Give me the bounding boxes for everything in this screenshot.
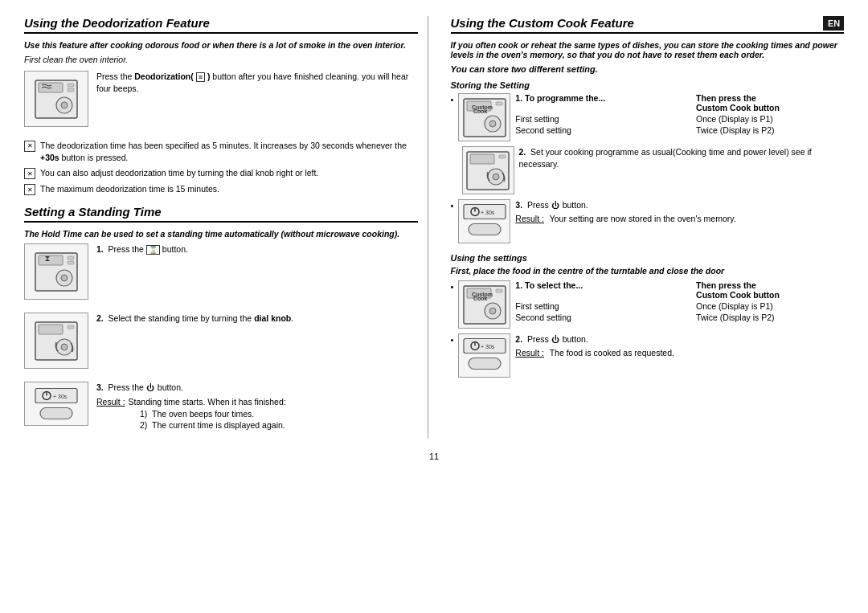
svg-rect-33 bbox=[499, 155, 506, 158]
standing-step1-text: 1. Press the ⌛ button. bbox=[96, 243, 418, 255]
can-store-text: You can store two different setting. bbox=[451, 64, 845, 74]
using-settings-intro: First, place the food in the centre of t… bbox=[451, 266, 845, 276]
standing-step3-row: + 30s 3. Press the ⏻ button. Result : St… bbox=[24, 382, 418, 432]
using-step2-text: 2. Press ⏻ button. Result : The food is … bbox=[515, 333, 844, 358]
bullet3-text: The maximum deodorization time is 15 min… bbox=[40, 183, 219, 195]
left-column: Using the Deodorization Feature Use this… bbox=[24, 16, 428, 439]
svg-point-27 bbox=[489, 121, 496, 127]
storing-step2: 2. Set your cooking programme as usual(C… bbox=[462, 146, 845, 194]
svg-text:Cook: Cook bbox=[473, 108, 488, 114]
table2-row1-desc: First setting bbox=[515, 301, 696, 313]
storing-step2-text: 2. Set your cooking programme as usual(C… bbox=[519, 146, 845, 170]
page-number: 11 bbox=[24, 452, 844, 461]
svg-rect-13 bbox=[39, 325, 63, 334]
svg-text:+ 30s: + 30s bbox=[481, 210, 495, 215]
svg-rect-5 bbox=[68, 88, 74, 92]
svg-rect-4 bbox=[68, 84, 74, 87]
svg-point-32 bbox=[493, 174, 499, 180]
storing-table: 1. To programme the... Then press the Cu… bbox=[515, 93, 844, 137]
svg-rect-11 bbox=[68, 261, 74, 264]
result2b-text: The food is cooked as requested. bbox=[547, 347, 674, 359]
standing-step2-row: 2. Select the standing time by turning t… bbox=[24, 313, 418, 375]
standing-time-title: Setting a Standing Time bbox=[24, 205, 418, 223]
result-label: Result : bbox=[96, 396, 125, 408]
bullet-icon-2: ✕ bbox=[24, 168, 35, 179]
svg-point-3 bbox=[61, 102, 68, 108]
standing-step2-text: 2. Select the standing time by turning t… bbox=[96, 313, 418, 325]
result3-label: Result : bbox=[515, 213, 544, 225]
custom-cook-title: Using the Custom Cook Feature bbox=[451, 16, 845, 34]
svg-rect-45 bbox=[496, 289, 502, 292]
svg-rect-21 bbox=[40, 408, 72, 419]
using-step1: • Custom Cook bbox=[451, 280, 845, 329]
standing-appliance-3: + 30s bbox=[24, 382, 88, 426]
table2-header-press: Then press the Custom Cook button bbox=[696, 280, 844, 301]
standing-appliance-2 bbox=[24, 313, 88, 369]
custom-cook-appliance-5: + 30s bbox=[458, 333, 510, 378]
deodorization-section: Using the Deodorization Feature Use this… bbox=[24, 16, 418, 195]
deodorization-bullet3: ✕ The maximum deodorization time is 15 m… bbox=[24, 183, 418, 195]
standing-appliance-1 bbox=[24, 243, 88, 300]
svg-point-44 bbox=[489, 308, 496, 314]
custom-cook-intro: If you often cook or reheat the same typ… bbox=[451, 40, 845, 59]
svg-rect-38 bbox=[469, 224, 501, 235]
storing-step1: • Custom Cook bbox=[451, 93, 845, 141]
svg-rect-30 bbox=[470, 154, 494, 164]
storing-step3-text: 3. Press ⏻ button. Result : Your setting… bbox=[515, 199, 844, 224]
deodorization-step1-text: Press the Deodorization( ≡ ) button afte… bbox=[96, 71, 418, 94]
custom-cook-appliance-4: Custom Cook bbox=[458, 280, 510, 329]
standing-time-intro: The Hold Time can be used to set a stand… bbox=[24, 229, 418, 239]
storing-title: Storing the Setting bbox=[451, 80, 845, 90]
bullet-icon-3: ✕ bbox=[24, 184, 35, 195]
deodorization-step1-row: Press the Deodorization( ≡ ) button afte… bbox=[24, 71, 418, 133]
standing-step3-text: 3. Press the ⏻ button. Result : Standing… bbox=[96, 382, 418, 431]
bullet2-text: You can also adjust deodorization time b… bbox=[40, 167, 318, 179]
table-row2-press: Twice (Display is P2) bbox=[696, 125, 844, 137]
result3-text: Your setting are now stored in the oven'… bbox=[547, 213, 736, 225]
table-header-desc: 1. To programme the... bbox=[515, 93, 696, 114]
bullet-dot-4: • bbox=[451, 335, 454, 345]
bullet-icon-1: ✕ bbox=[24, 141, 35, 152]
table-row2-desc: Second setting bbox=[515, 125, 696, 137]
svg-text:+ 30s: + 30s bbox=[481, 344, 495, 349]
deodorization-title: Using the Deodorization Feature bbox=[24, 16, 418, 34]
table2-row2-desc: Second setting bbox=[515, 313, 696, 324]
svg-rect-10 bbox=[68, 256, 74, 260]
custom-cook-appliance-2 bbox=[462, 146, 514, 194]
result-text: Standing time starts. When it has finish… bbox=[129, 396, 286, 408]
svg-text:+ 30s: + 30s bbox=[53, 394, 68, 399]
svg-rect-7 bbox=[39, 255, 63, 265]
deodorization-bullet2: ✕ You can also adjust deodorization time… bbox=[24, 167, 418, 179]
custom-cook-appliance-1: Custom Cook bbox=[458, 93, 510, 141]
result2b-label: Result : bbox=[515, 347, 544, 359]
using-table-wrapper: 1. To select the... Then press the Custo… bbox=[515, 280, 844, 327]
standing-step1-row: 1. Press the ⌛ button. bbox=[24, 243, 418, 306]
using-table: 1. To select the... Then press the Custo… bbox=[515, 280, 844, 324]
storing-step3: • + 30s 3. Pre bbox=[451, 199, 845, 243]
table-row1-desc: First setting bbox=[515, 114, 696, 125]
right-column: Using the Custom Cook Feature If you oft… bbox=[448, 16, 845, 439]
svg-rect-50 bbox=[469, 358, 501, 370]
svg-rect-16 bbox=[68, 325, 74, 329]
svg-point-9 bbox=[61, 275, 68, 281]
table2-row2-press: Twice (Display is P2) bbox=[696, 313, 844, 324]
bullet1-text: The deodorization time has been specifie… bbox=[40, 140, 418, 163]
using-settings-title: Using the settings bbox=[451, 253, 845, 263]
table-row1-press: Once (Display is P1) bbox=[696, 114, 844, 125]
table2-header-desc: 1. To select the... bbox=[515, 280, 696, 301]
svg-rect-28 bbox=[496, 102, 502, 105]
first-clean: First clean the oven interior. bbox=[24, 55, 418, 64]
standing-time-section: Setting a Standing Time The Hold Time ca… bbox=[24, 205, 418, 432]
table-header-press: Then press the Custom Cook button bbox=[696, 93, 844, 114]
using-step2: • + 30s 2. Pre bbox=[451, 333, 845, 378]
bullet-dot-2: • bbox=[451, 201, 454, 210]
bullet-dot-1: • bbox=[451, 95, 454, 104]
svg-point-15 bbox=[61, 344, 68, 350]
table2-row1-press: Once (Display is P1) bbox=[696, 301, 844, 313]
deodorization-bullet1: ✕ The deodorization time has been specif… bbox=[24, 140, 418, 163]
svg-text:Cook: Cook bbox=[473, 296, 488, 301]
custom-cook-section: Using the Custom Cook Feature If you oft… bbox=[451, 16, 845, 378]
storing-table-wrapper: 1. To programme the... Then press the Cu… bbox=[515, 93, 844, 140]
deodorization-intro: Use this feature after cooking odorous f… bbox=[24, 40, 418, 50]
bullet-dot-3: • bbox=[451, 282, 454, 292]
